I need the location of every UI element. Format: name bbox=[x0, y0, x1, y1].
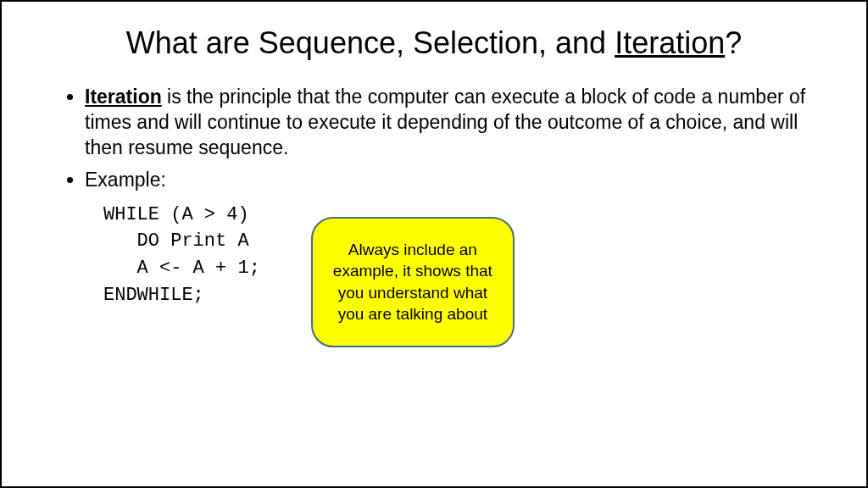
bullet-list: Iteration is the principle that the comp… bbox=[44, 85, 824, 193]
title-pre: What are Sequence, Selection, and bbox=[126, 25, 615, 60]
tip-callout: Always include an example, it shows that… bbox=[311, 217, 515, 348]
definition-text: is the principle that the computer can e… bbox=[85, 86, 805, 158]
title-post: ? bbox=[725, 25, 742, 60]
title-underlined-word: Iteration bbox=[615, 25, 725, 60]
lower-row: WHILE (A > 4) DO Print A A <- A + 1; END… bbox=[44, 200, 824, 348]
slide-title: What are Sequence, Selection, and Iterat… bbox=[44, 25, 824, 61]
bullet-example-label: Example: bbox=[85, 168, 824, 193]
bullet-definition: Iteration is the principle that the comp… bbox=[85, 85, 824, 161]
definition-term: Iteration bbox=[85, 86, 162, 108]
code-block: WHILE (A > 4) DO Print A A <- A + 1; END… bbox=[44, 200, 260, 310]
